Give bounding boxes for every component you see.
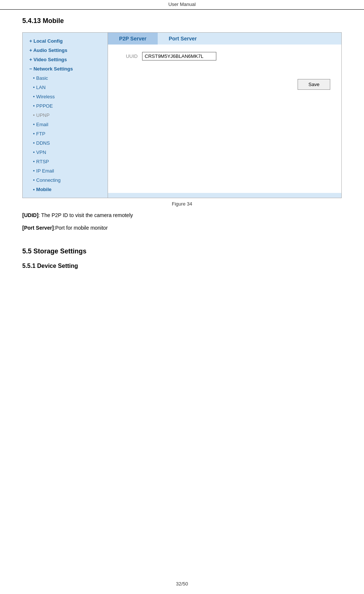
description-udid: [UDID]: The P2P ID to visit the camera r…	[22, 211, 342, 220]
figure-caption: Figure 34	[22, 201, 342, 207]
udid-normal: : The P2P ID to visit the camera remotel…	[39, 212, 133, 218]
port-server-normal: :Port for mobile monitor	[54, 225, 108, 231]
sidebar: Local Config Audio Settings Video Settin…	[23, 33, 108, 198]
sidebar-subitem-pppoe[interactable]: PPPOE	[23, 101, 108, 111]
figure-34-container: Local Config Audio Settings Video Settin…	[22, 32, 342, 198]
tab-content-p2p: UUID Save	[108, 45, 341, 193]
description-port-server: [Port Server]:Port for mobile monitor	[22, 224, 342, 233]
sidebar-subitem-ddns[interactable]: DDNS	[23, 138, 108, 148]
sidebar-item-audio-settings[interactable]: Audio Settings	[23, 46, 108, 55]
page-header: User Manual	[0, 0, 364, 10]
sidebar-subitem-rtsp[interactable]: RTSP	[23, 157, 108, 166]
main-panel: P2P Server Port Server UUID Save	[108, 33, 341, 198]
sidebar-subitem-wireless[interactable]: Wireless	[23, 92, 108, 101]
page-footer: 32/50	[0, 581, 364, 587]
tab-p2p-server[interactable]: P2P Server	[108, 33, 158, 45]
sidebar-subitem-upnp[interactable]: UPNP	[23, 111, 108, 120]
uuid-label: UUID	[119, 53, 138, 59]
save-button[interactable]: Save	[298, 79, 330, 90]
page-number: 32/50	[176, 581, 188, 587]
sidebar-item-local-config[interactable]: Local Config	[23, 36, 108, 46]
tab-port-server[interactable]: Port Server	[158, 33, 208, 45]
sidebar-item-video-settings[interactable]: Video Settings	[23, 55, 108, 64]
section-543-title: 5.4.13 Mobile	[22, 17, 342, 25]
header-title: User Manual	[168, 1, 196, 7]
port-server-bold: [Port Server]	[22, 225, 54, 231]
sidebar-subitem-vpn[interactable]: VPN	[23, 148, 108, 157]
sidebar-subitem-mobile[interactable]: Mobile	[23, 185, 108, 194]
sidebar-item-network-settings[interactable]: Network Settings	[23, 64, 108, 73]
tabs-row: P2P Server Port Server	[108, 33, 341, 45]
sidebar-subitem-connecting[interactable]: Connecting	[23, 175, 108, 185]
uuid-input[interactable]	[142, 52, 216, 60]
sidebar-subitem-email[interactable]: Email	[23, 120, 108, 129]
sidebar-subitem-ip-email[interactable]: IP Email	[23, 166, 108, 175]
uuid-row: UUID	[119, 52, 330, 60]
sidebar-subitem-ftp[interactable]: FTP	[23, 129, 108, 138]
section-551-title: 5.5.1 Device Setting	[22, 263, 342, 269]
sidebar-subitem-basic[interactable]: Basic	[23, 73, 108, 83]
sidebar-subitem-lan[interactable]: LAN	[23, 83, 108, 92]
section-55-title: 5.5 Storage Settings	[22, 247, 342, 255]
udid-bold: [UDID]	[22, 212, 39, 218]
